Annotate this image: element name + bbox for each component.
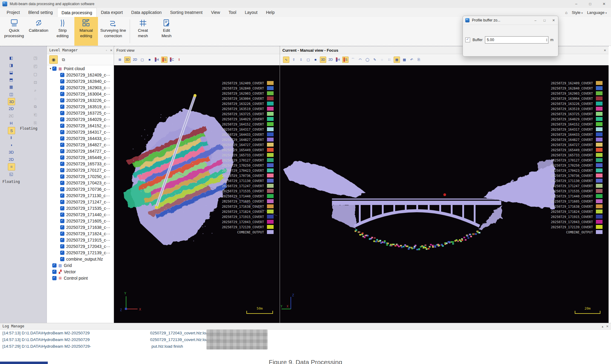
tree-item-strip[interactable]: 20250729_171824_c··· bbox=[47, 230, 114, 237]
checkbox-checked[interactable] bbox=[60, 117, 64, 122]
view-3d-icon[interactable]: 3D bbox=[8, 98, 15, 105]
checkbox-checked[interactable] bbox=[60, 111, 64, 115]
checkbox-checked[interactable] bbox=[60, 193, 64, 198]
menu-item-data-application[interactable]: Data application bbox=[127, 8, 166, 17]
checkbox-checked[interactable] bbox=[52, 263, 57, 268]
tree-group-grid[interactable]: ▤Grid bbox=[47, 262, 114, 268]
checkbox-checked[interactable] bbox=[60, 187, 64, 191]
profile-viewport[interactable]: Y X Z 20250729_162409_COVERT20250729_162… bbox=[280, 65, 609, 323]
creat-mesh-button[interactable]: Creatmesh bbox=[131, 17, 155, 46]
pane-c-icon[interactable]: ▢ bbox=[32, 71, 39, 77]
pane-a-icon[interactable]: ◳ bbox=[32, 54, 39, 61]
cube-solid-icon[interactable]: ■ bbox=[147, 57, 152, 63]
checkbox-checked[interactable] bbox=[60, 219, 64, 223]
profile-chart-icon[interactable]: ∿ bbox=[283, 57, 289, 63]
checkbox-checked[interactable] bbox=[60, 257, 64, 261]
strip-colormap-icon[interactable]: S bbox=[8, 127, 15, 134]
surveying-line-correction-button[interactable]: Surveying linecorrection bbox=[98, 17, 128, 46]
menu-item-tool[interactable]: Tool bbox=[224, 8, 241, 17]
menu-item-project[interactable]: Project bbox=[2, 8, 24, 17]
layout-columns-icon[interactable]: ◫ bbox=[8, 91, 15, 97]
layout-left-icon[interactable]: ◧ bbox=[8, 54, 15, 61]
manual-edit-icon[interactable]: ⌗ bbox=[8, 163, 15, 171]
pen-select-icon[interactable]: ✎ bbox=[372, 57, 378, 63]
manual-editing-button[interactable]: Manualediting bbox=[74, 17, 98, 46]
export-icon[interactable]: ⎘ bbox=[416, 57, 422, 63]
menu-item-data-processing[interactable]: Data processing bbox=[57, 8, 97, 17]
checkbox-checked[interactable] bbox=[60, 79, 64, 83]
tree-item-strip[interactable]: 20250729_172043_c··· bbox=[47, 243, 114, 249]
checkbox-checked[interactable] bbox=[60, 92, 64, 96]
view-2d-icon[interactable]: 2D bbox=[328, 57, 333, 63]
height-colormap-icon[interactable]: H bbox=[154, 57, 160, 63]
pane-d-icon[interactable]: ⊡ bbox=[32, 79, 39, 86]
arrow-up-icon[interactable]: ⇧ bbox=[291, 57, 297, 63]
zoom-select-icon[interactable]: ⌕ bbox=[32, 87, 39, 94]
grid-icon[interactable]: ▦ bbox=[394, 57, 400, 63]
tree-item-strip[interactable]: 20250729_164727_c··· bbox=[47, 148, 114, 154]
menu-item-blend-setting[interactable]: Blend setting bbox=[24, 8, 57, 17]
checkbox-checked[interactable] bbox=[60, 181, 64, 185]
profile-handle[interactable] bbox=[155, 206, 158, 209]
color-bars-icon[interactable]: ‖ bbox=[176, 57, 182, 63]
tree-item-strip[interactable]: 20250729_164433_c··· bbox=[47, 135, 114, 141]
dots-grid-icon[interactable]: ∷ bbox=[386, 57, 392, 63]
layout-bottom-icon[interactable]: ⬓ bbox=[8, 69, 15, 76]
pin-icon[interactable]: ▫ bbox=[104, 48, 109, 53]
arrow-down-icon[interactable]: ⇩ bbox=[298, 57, 304, 63]
visibility-eye-icon[interactable]: ◉ bbox=[49, 55, 58, 64]
panel-close-icon[interactable]: ✕ bbox=[603, 48, 607, 53]
tree-item-strip[interactable]: 20250729_165449_c··· bbox=[47, 154, 114, 161]
grid-solid-icon[interactable]: ▩ bbox=[401, 57, 407, 63]
panel-close-icon[interactable]: ✕ bbox=[605, 324, 610, 329]
checkbox-checked[interactable] bbox=[60, 124, 64, 128]
link-views-icon[interactable]: ⧉ bbox=[32, 103, 39, 110]
contrast-icon[interactable]: ◑ bbox=[8, 141, 15, 148]
home-icon[interactable]: ⌂ bbox=[565, 10, 567, 15]
tree-item-strip[interactable]: 20250729_170127_c··· bbox=[47, 167, 114, 173]
checkbox-checked[interactable] bbox=[60, 162, 64, 166]
area-chart-icon[interactable]: ◠ bbox=[357, 57, 363, 63]
spinner-arrows[interactable]: ▲▼ bbox=[546, 37, 548, 43]
tree-item-strip[interactable]: 20250729_163226_c··· bbox=[47, 97, 114, 103]
layout-top-icon[interactable]: ⬒ bbox=[8, 76, 15, 83]
edit-mesh-button[interactable]: EditMesh bbox=[155, 17, 178, 46]
buffer-value-input[interactable]: 5.00 ▲▼ bbox=[485, 36, 548, 44]
menu-item-sorting-treatment[interactable]: Sorting treatment bbox=[166, 8, 206, 17]
close-button[interactable]: ✕ bbox=[597, 0, 611, 8]
checkbox-checked[interactable] bbox=[60, 130, 64, 134]
checkbox-checked[interactable] bbox=[60, 174, 64, 179]
tree-item-strip[interactable]: 20250729_172139_c··· bbox=[47, 249, 114, 256]
checkbox-checked[interactable] bbox=[52, 67, 57, 71]
new-window-icon[interactable]: ⊞ bbox=[117, 57, 123, 63]
height-colormap-icon[interactable]: H bbox=[8, 120, 15, 126]
checkbox-checked[interactable] bbox=[60, 155, 64, 160]
tree-item-strip[interactable]: 20250729_171440_c··· bbox=[47, 211, 114, 218]
tree-item-strip[interactable]: 20250729_164317_c··· bbox=[47, 129, 114, 135]
tree-root-point-cloud[interactable]: ▾▦Point cloud bbox=[47, 65, 114, 72]
checkbox-checked[interactable] bbox=[60, 86, 64, 90]
collapse-icon[interactable]: ▴ bbox=[600, 324, 605, 329]
tree-item-strip[interactable]: 20250729_171535_c··· bbox=[47, 205, 114, 211]
checkbox-checked[interactable] bbox=[60, 168, 64, 172]
view-2c-icon[interactable]: 2C bbox=[8, 112, 15, 119]
checkbox-checked[interactable] bbox=[60, 105, 64, 109]
panel-close-icon[interactable]: ✕ bbox=[109, 48, 114, 53]
height-colormap-icon[interactable]: H bbox=[335, 57, 341, 63]
checkbox-checked[interactable] bbox=[52, 276, 57, 280]
checkbox-checked[interactable] bbox=[60, 251, 64, 255]
checkbox-checked[interactable] bbox=[60, 73, 64, 77]
checkbox-checked[interactable] bbox=[60, 143, 64, 147]
window-small-icon[interactable]: ◱ bbox=[8, 171, 15, 177]
buffer-checkbox[interactable] bbox=[465, 37, 470, 42]
layout-right-icon[interactable]: ◨ bbox=[8, 62, 15, 68]
tree-group-vector[interactable]: ▞Vector bbox=[47, 268, 114, 275]
lasso-select-icon[interactable]: ◌ bbox=[379, 57, 385, 63]
checkbox-checked[interactable] bbox=[60, 149, 64, 153]
language-menu[interactable]: Language▾ bbox=[587, 10, 607, 15]
circle-select-icon[interactable]: ◯ bbox=[365, 57, 370, 63]
view-3d-icon[interactable]: 3D bbox=[124, 57, 131, 63]
expander-icon[interactable]: ▾ bbox=[49, 67, 52, 70]
undo-icon[interactable]: ↶ bbox=[409, 57, 414, 63]
cube-icon[interactable]: ▢ bbox=[139, 57, 145, 63]
